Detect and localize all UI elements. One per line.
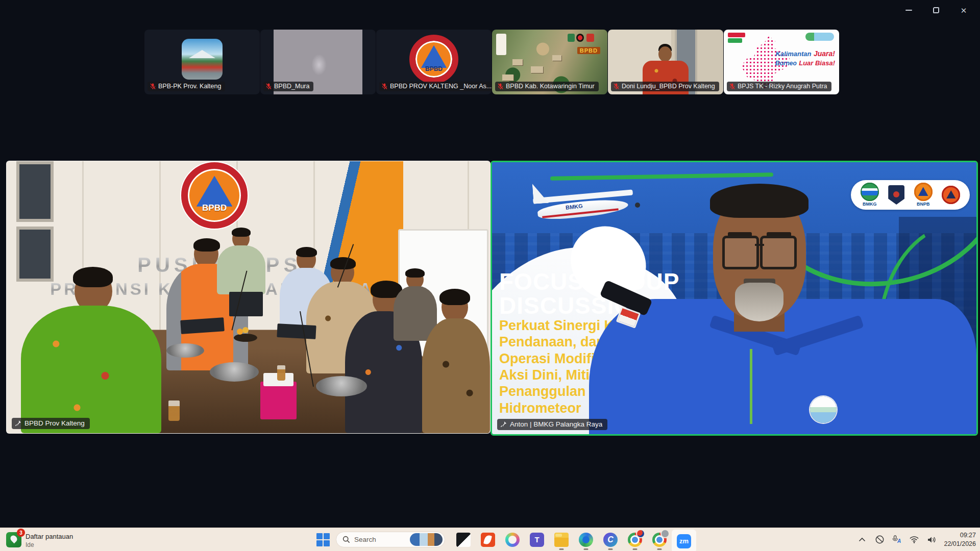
notification-toast[interactable]: 3 Daftar pantauan Ide	[6, 531, 73, 548]
slogan-word: Luar Biasa!	[799, 59, 835, 67]
participant-name: BPBD_Mura	[274, 83, 309, 90]
chrome-button[interactable]	[623, 528, 647, 551]
participant-tile[interactable]: BPBD BPBD Kab. Kotawaringin Timur	[492, 30, 607, 94]
bpbd-logo-small	[942, 186, 960, 204]
search-placeholder: Search	[354, 536, 406, 543]
svg-text:A: A	[897, 538, 901, 544]
restore-button[interactable]	[925, 3, 947, 17]
laptop	[229, 292, 263, 316]
video-participant-name: BPBD Prov Kalteng	[24, 419, 85, 427]
main-video-active-speaker[interactable]: BMKG FOCUS GROUP DISCUSSION Perkuat Sine…	[491, 161, 978, 436]
logo-badge	[576, 34, 584, 42]
bnpb-logo: BNPB	[914, 183, 933, 207]
agency-logos-banner: BMKG BNPB	[851, 180, 970, 210]
bpbd-wall-logo: BPBD	[188, 169, 241, 222]
tray-clock[interactable]: 09:27 22/01/2026	[944, 531, 976, 548]
participant-tile[interactable]: Doni Lundju_BPBD Prov Kalteng	[608, 30, 723, 94]
map-slogan: Kalimantan Juara! Borneo Luar Biasa!	[775, 49, 835, 68]
notification-title: Daftar pantauan	[26, 533, 73, 540]
tray-time: 09:27	[944, 531, 976, 539]
search-box[interactable]: Search	[336, 532, 445, 547]
tray-overflow-button[interactable]	[857, 535, 867, 545]
zoom-app-button[interactable]: zm	[672, 530, 696, 551]
logo-badge	[586, 34, 594, 42]
bnpb-logo-label: BNPB	[917, 202, 930, 207]
slogan-word: Kalimantan	[775, 50, 811, 58]
laptop	[277, 323, 316, 339]
slogan-word: Juara!	[814, 49, 835, 58]
chrome-button-2[interactable]	[647, 528, 672, 551]
chrome-profile-badge	[660, 529, 670, 538]
search-highlight-image	[410, 533, 443, 546]
fruit	[237, 329, 243, 335]
tray-date: 22/01/2026	[944, 540, 976, 548]
participant-name-badge: BPBD Kab. Kotawaringin Timur	[495, 82, 599, 91]
tea-glass	[168, 400, 180, 421]
file-explorer-icon	[554, 533, 569, 547]
search-icon	[342, 536, 350, 543]
taskbar-icons: zm	[451, 528, 696, 551]
bpbd-logo-text: BPBD	[415, 65, 452, 72]
participant-name: BPB-PK Prov. Kalteng	[158, 83, 221, 90]
participant-name-badge: BPJS TK - Rizky Anugrah Putra	[727, 82, 831, 91]
wifi-button[interactable]	[909, 535, 919, 545]
video-name-badge: Anton | BMKG Palangka Raya	[497, 419, 607, 430]
teams-button[interactable]	[525, 528, 549, 551]
participant-tile[interactable]: BPB-PK Prov. Kalteng	[144, 30, 260, 94]
start-button[interactable]	[316, 533, 330, 546]
beard	[735, 283, 783, 321]
edge-button[interactable]	[574, 528, 598, 551]
glasses	[722, 236, 759, 269]
bpjs-logo	[805, 33, 834, 41]
bmkg-logo-label: BMKG	[863, 202, 877, 207]
zoom-meeting-window: ✕ BPB-PK Prov. Kalteng BPBD_Mura BPBD BP…	[0, 0, 980, 551]
participant-tile[interactable]: BPBD BPBD PROV KALTENG _Noor As...	[376, 30, 492, 94]
participant-name: BPJS TK - Rizky Anugrah Putra	[738, 83, 827, 90]
mic-muted-icon	[266, 83, 272, 90]
main-video-meeting-room[interactable]: BPBD PUSDALOPS PROVINSI KALIMANTAN TENGA…	[6, 161, 491, 434]
mic-muted-icon	[150, 83, 156, 90]
map-inset	[496, 34, 506, 55]
chevron-up-icon	[859, 537, 866, 542]
participant-name: BPBD PROV KALTENG _Noor As...	[390, 83, 492, 90]
garuda-shield-logo	[888, 185, 904, 205]
hashtag-tag	[728, 33, 745, 37]
close-icon: ✕	[961, 7, 967, 14]
running-indicator	[608, 548, 613, 550]
canva-button[interactable]	[598, 528, 623, 551]
speaker-face	[713, 189, 806, 319]
speakerphone	[166, 343, 204, 358]
minimize-icon	[905, 10, 912, 11]
edge-icon	[579, 533, 593, 547]
participant-tile[interactable]: Kalimantan Juara! Borneo Luar Biasa! BPJ…	[724, 30, 839, 94]
task-view-button[interactable]	[451, 528, 476, 551]
participant-tile[interactable]: BPBD_Mura	[260, 30, 376, 94]
bell-off-icon	[875, 535, 885, 544]
tea-glass	[277, 365, 285, 381]
minimize-button[interactable]	[897, 3, 920, 17]
close-button[interactable]: ✕	[952, 3, 975, 17]
bpbd-wall-logo-text: BPBD	[188, 203, 241, 213]
bpbd-logo: BPBD	[415, 41, 452, 78]
wifi-icon	[909, 536, 919, 543]
task-view-icon	[456, 533, 471, 547]
running-indicator	[559, 548, 564, 550]
copilot-button[interactable]	[500, 528, 525, 551]
flood-bpbd-text: BPBD	[577, 47, 600, 54]
bmkg-chest-logo	[810, 396, 837, 423]
language-mic-button[interactable]: A	[892, 535, 902, 545]
bmkg-logo: BMKG	[861, 183, 879, 207]
pin-icon	[500, 421, 507, 428]
notifications-muted-button[interactable]	[874, 535, 885, 545]
video-participant-name: Anton | BMKG Palangka Raya	[510, 420, 602, 428]
volume-button[interactable]	[926, 535, 937, 545]
foxit-pdf-button[interactable]	[476, 528, 500, 551]
canva-icon	[603, 533, 618, 547]
pin-icon	[15, 420, 21, 427]
file-explorer-button[interactable]	[549, 528, 574, 551]
mic-muted-icon	[729, 83, 735, 90]
running-indicator	[584, 548, 589, 550]
teams-icon	[530, 533, 544, 547]
running-indicator	[633, 548, 638, 550]
system-tray: A 09:27 22/01/2026	[857, 528, 976, 551]
